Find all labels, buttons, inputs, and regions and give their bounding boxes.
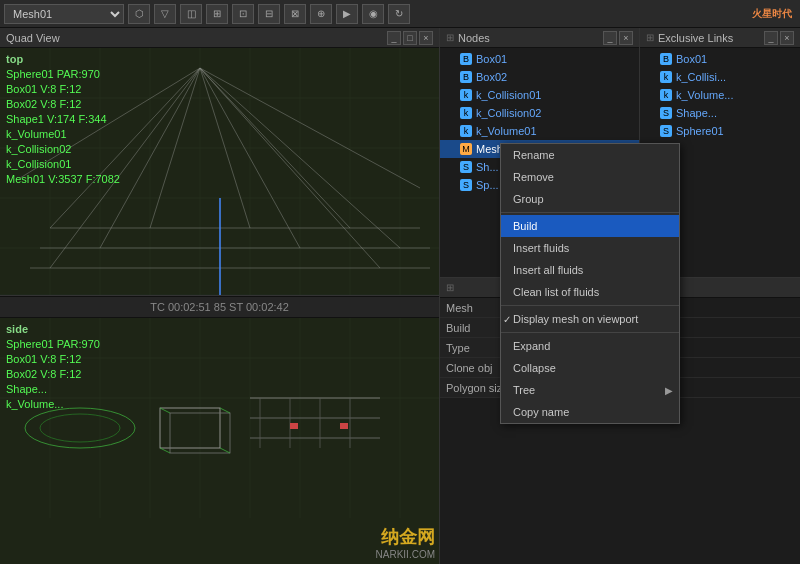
excl-icon-kcollision: k [660, 71, 672, 83]
toolbar-icon-9[interactable]: ◉ [362, 4, 384, 24]
ctx-copy-name[interactable]: Copy name [501, 401, 679, 423]
toolbar-icon-5[interactable]: ⊡ [232, 4, 254, 24]
nodes-panel-header: ⊞ Nodes _ × [440, 28, 639, 48]
quad-close-btn[interactable]: × [419, 31, 433, 45]
viewport-bottom[interactable]: side Sphere01 PAR:970 Box01 V:8 F:12 Box… [0, 318, 439, 565]
ctx-collapse[interactable]: Collapse [501, 357, 679, 379]
quad-view-header: Quad View _ □ × [0, 28, 439, 48]
node-item-kcollision01[interactable]: k k_Collision01 [440, 86, 639, 104]
viewport-top[interactable]: top Sphere01 PAR:970 Box01 V:8 F:12 Box0… [0, 48, 439, 296]
ctx-display-mesh[interactable]: Display mesh on viewport [501, 308, 679, 330]
timecode-bar: TC 00:02:51 85 ST 00:02:42 [0, 296, 439, 318]
ctx-rename[interactable]: Rename [501, 144, 679, 166]
exclusive-links-title: Exclusive Links [658, 32, 733, 44]
node-icon-kcollision01: k [460, 89, 472, 101]
nodes-panel: ⊞ Nodes _ × B Box01 B Box02 [440, 28, 640, 277]
context-menu: Rename Remove Group Build Insert fluids … [500, 143, 680, 424]
quad-view-panel: Quad View _ □ × [0, 28, 440, 564]
viewport-top-info: top Sphere01 PAR:970 Box01 V:8 F:12 Box0… [6, 52, 120, 187]
nodes-title: Nodes [458, 32, 490, 44]
top-right-panels: ⊞ Nodes _ × B Box01 B Box02 [440, 28, 800, 278]
excl-item-box01[interactable]: B Box01 [640, 50, 800, 68]
excl-icon-shape: S [660, 107, 672, 119]
node-icon-mesh01: M [460, 143, 472, 155]
excl-icon-kvolume: k [660, 89, 672, 101]
excl-close-btn[interactable]: × [780, 31, 794, 45]
toolbar-icon-1[interactable]: ⬡ [128, 4, 150, 24]
ctx-clean-fluids[interactable]: Clean list of fluids [501, 281, 679, 303]
watermark-top: 火星时代 [752, 7, 792, 21]
ctx-insert-all-fluids[interactable]: Insert all fluids [501, 259, 679, 281]
svg-rect-75 [290, 423, 298, 429]
ctx-group[interactable]: Group [501, 188, 679, 210]
excl-icon-sphere01: S [660, 125, 672, 137]
node-icon-box02: B [460, 71, 472, 83]
excl-minimize-btn[interactable]: _ [764, 31, 778, 45]
ctx-tree-arrow: ▶ [665, 385, 673, 396]
node-icon-kvolume01: k [460, 125, 472, 137]
ctx-remove[interactable]: Remove [501, 166, 679, 188]
excl-item-shape[interactable]: S Shape... [640, 104, 800, 122]
timecode-text: TC 00:02:51 85 ST 00:02:42 [150, 301, 289, 313]
toolbar-icon-6[interactable]: ⊟ [258, 4, 280, 24]
node-icon-sh: S [460, 161, 472, 173]
logo-bottom-right: 纳金网 NARKII.COM [376, 525, 435, 560]
toolbar-icon-10[interactable]: ↻ [388, 4, 410, 24]
mesh-selector[interactable]: Mesh01Mesh01 [4, 4, 124, 24]
toolbar-icon-7[interactable]: ⊠ [284, 4, 306, 24]
main-layout: Quad View _ □ × [0, 28, 800, 564]
viewport-bottom-info: side Sphere01 PAR:970 Box01 V:8 F:12 Box… [6, 322, 100, 412]
svg-rect-76 [340, 423, 348, 429]
ctx-sep3 [501, 332, 679, 333]
node-item-box01[interactable]: B Box01 [440, 50, 639, 68]
toolbar-icon-8[interactable]: ⊕ [310, 4, 332, 24]
node-item-kcollision02[interactable]: k k_Collision02 [440, 104, 639, 122]
exclusive-links-header: ⊞ Exclusive Links _ × [640, 28, 800, 48]
vp-side-label: side [6, 322, 100, 337]
quad-maximize-btn[interactable]: □ [403, 31, 417, 45]
node-icon-kcollision02: k [460, 107, 472, 119]
toolbar-icon-3[interactable]: ◫ [180, 4, 202, 24]
ctx-tree[interactable]: Tree ▶ [501, 379, 679, 401]
toolbar-icon-play[interactable]: ▶ [336, 4, 358, 24]
quad-minimize-btn[interactable]: _ [387, 31, 401, 45]
logo-nj: 纳金网 [376, 525, 435, 549]
ctx-sep2 [501, 305, 679, 306]
ctx-insert-fluids[interactable]: Insert fluids [501, 237, 679, 259]
nodes-minimize-btn[interactable]: _ [603, 31, 617, 45]
node-item-box02[interactable]: B Box02 [440, 68, 639, 86]
node-item-kvolume01[interactable]: k k_Volume01 [440, 122, 639, 140]
node-icon-box01: B [460, 53, 472, 65]
vp-label: top [6, 52, 120, 67]
top-toolbar: Mesh01Mesh01 ⬡ ▽ ◫ ⊞ ⊡ ⊟ ⊠ ⊕ ▶ ◉ ↻ 火星时代 [0, 0, 800, 28]
excl-item-kcollision[interactable]: k k_Collisi... [640, 68, 800, 86]
logo-narkii: NARKII.COM [376, 549, 435, 560]
nodes-close-btn[interactable]: × [619, 31, 633, 45]
excl-item-kvolume[interactable]: k k_Volume... [640, 86, 800, 104]
toolbar-icon-4[interactable]: ⊞ [206, 4, 228, 24]
node-icon-sp: S [460, 179, 472, 191]
toolbar-icon-2[interactable]: ▽ [154, 4, 176, 24]
quad-view-title: Quad View [6, 32, 60, 44]
right-panel: ⊞ Nodes _ × B Box01 B Box02 [440, 28, 800, 564]
ctx-build[interactable]: Build [501, 215, 679, 237]
excl-icon-box01: B [660, 53, 672, 65]
excl-item-sphere01[interactable]: S Sphere01 [640, 122, 800, 140]
ctx-expand[interactable]: Expand [501, 335, 679, 357]
ctx-sep1 [501, 212, 679, 213]
